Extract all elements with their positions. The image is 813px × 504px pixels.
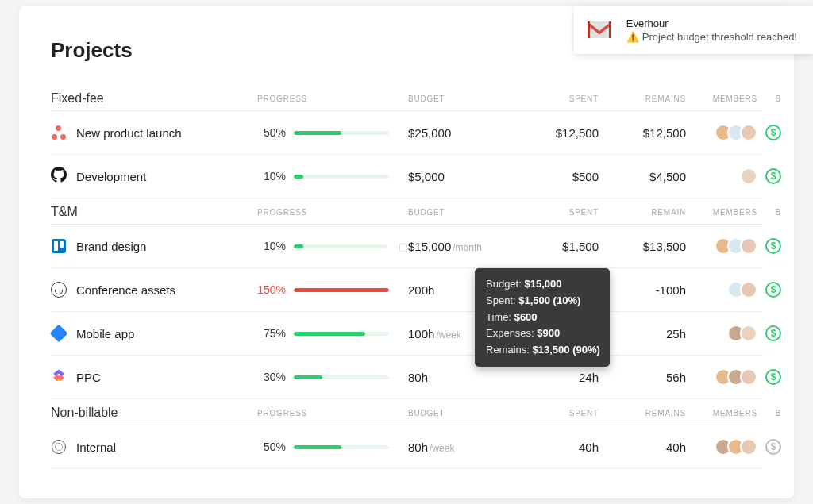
col-members: MEMBERS [686, 409, 757, 417]
clickup-icon [51, 367, 67, 387]
col-spent: SPENT [511, 409, 599, 417]
budget-value: $15,000/month [408, 240, 511, 253]
asana-icon [52, 125, 66, 140]
spent-value: 24h [511, 371, 599, 384]
notif-message: Project budget threshold reached! [642, 31, 797, 43]
project-row[interactable]: Development10%$5,000$500$4,500$ [51, 155, 762, 198]
members-cell [686, 368, 757, 386]
remains-value: -100h [599, 283, 686, 297]
avatar[interactable] [740, 368, 757, 386]
members-cell [686, 237, 757, 255]
progress-percent: 10% [257, 170, 286, 183]
progress-cell: 50% [257, 441, 408, 453]
col-progress: PROGRESS [257, 409, 408, 417]
progress-bar [294, 375, 389, 379]
col-spent: SPENT [511, 208, 599, 217]
trello-icon [52, 239, 66, 253]
col-spent: SPENT [511, 94, 599, 103]
col-progress: PROGRESS [257, 94, 408, 103]
projects-panel: Projects Fixed-feePROGRESSBUDGETSPENTREM… [19, 6, 794, 498]
col-budget: BUDGET [408, 94, 511, 103]
github-icon [51, 167, 67, 186]
billing-badge[interactable]: $ [765, 282, 781, 298]
col-members: MEMBERS [686, 94, 757, 103]
billing-badge[interactable]: $ [765, 168, 781, 184]
gmail-notification[interactable]: Everhour ⚠️ Project budget threshold rea… [574, 6, 813, 54]
project-row[interactable]: Brand design10%▢$15,000/month$1,500$13,5… [51, 225, 762, 268]
col-members: MEMBERS [686, 208, 757, 217]
section-header: Fixed-feePROGRESSBUDGETSPENTREMAINSMEMBE… [51, 85, 762, 111]
section-title: Non-billable [51, 406, 257, 420]
jira-icon [50, 325, 68, 343]
spent-value: $1,500 [511, 240, 599, 253]
members-cell [686, 281, 757, 298]
progress-cell: 10%▢ [257, 240, 408, 252]
progress-cell: 30% [257, 371, 408, 383]
col-remains: REMAIN [599, 208, 686, 217]
progress-bar [294, 131, 389, 135]
project-row[interactable]: PPC30%80h24h56h$ [51, 356, 762, 399]
project-row[interactable]: New product launch50%$25,000$12,500$12,5… [51, 111, 762, 155]
basecamp-icon [51, 282, 67, 298]
project-name: PPC [76, 371, 101, 384]
project-row[interactable]: Internal50%80h/week40h40h$ [51, 425, 762, 469]
avatar[interactable] [740, 237, 757, 255]
section-header: Non-billablePROGRESSBUDGETSPENTREMAINSME… [51, 399, 762, 425]
internal-icon [52, 440, 66, 454]
progress-cell: 75% [257, 327, 408, 340]
project-name: Internal [76, 441, 116, 454]
project-name: Development [76, 170, 146, 183]
progress-percent: 50% [257, 441, 286, 453]
remains-value: 40h [599, 441, 686, 454]
billing-badge[interactable]: $ [765, 238, 781, 254]
budget-value: 80h/week [408, 441, 511, 454]
section-header: T&MPROGRESSBUDGETSPENTREMAINMEMBERSB [51, 198, 762, 225]
billing-badge[interactable]: $ [765, 125, 781, 140]
progress-percent: 30% [257, 371, 286, 383]
progress-bar [294, 244, 387, 248]
avatar[interactable] [740, 167, 757, 185]
notif-sender: Everhour [626, 17, 797, 29]
progress-bar [294, 332, 389, 336]
avatar[interactable] [740, 325, 757, 342]
col-budget: BUDGET [408, 409, 511, 417]
progress-percent: 150% [257, 283, 286, 296]
progress-bar [294, 445, 389, 449]
budget-value: $25,000 [408, 126, 511, 140]
remains-value: $13,500 [599, 240, 686, 253]
budget-value: $5,000 [408, 170, 511, 183]
col-remains: REMAINS [599, 94, 686, 103]
col-billing: B [757, 208, 781, 217]
billing-badge[interactable]: $ [765, 369, 781, 385]
spent-value: $12,500 [511, 126, 599, 140]
progress-cell: 50% [257, 126, 408, 139]
gmail-icon [585, 19, 614, 41]
warning-icon: ⚠️ [626, 31, 639, 43]
billing-badge[interactable]: $ [765, 325, 781, 341]
folder-icon: ▢ [399, 240, 408, 252]
col-progress: PROGRESS [257, 208, 408, 217]
avatar[interactable] [740, 438, 757, 456]
spent-value: 40h [511, 441, 599, 454]
project-row[interactable]: Conference assets150%200h-100h$ [51, 268, 762, 312]
remains-value: $4,500 [599, 170, 686, 183]
avatar[interactable] [740, 124, 757, 141]
project-name: Conference assets [76, 283, 175, 297]
col-billing: B [757, 94, 781, 103]
section-title: T&M [51, 205, 257, 219]
remains-value: 25h [599, 327, 686, 340]
project-name: Mobile app [76, 327, 134, 340]
col-remains: REMAINS [599, 409, 686, 417]
avatar[interactable] [740, 281, 757, 298]
billing-badge[interactable]: $ [765, 439, 781, 455]
spent-value: $500 [511, 170, 599, 183]
project-row[interactable]: Mobile app75%100h/week25h$ [51, 312, 762, 356]
progress-bar [294, 288, 389, 292]
project-name: Brand design [76, 240, 146, 253]
progress-percent: 75% [257, 327, 286, 340]
progress-percent: 10% [257, 240, 286, 252]
remains-value: $12,500 [599, 126, 686, 140]
col-billing: B [757, 409, 781, 417]
budget-value: 80h [408, 371, 511, 384]
progress-cell: 10% [257, 170, 408, 183]
